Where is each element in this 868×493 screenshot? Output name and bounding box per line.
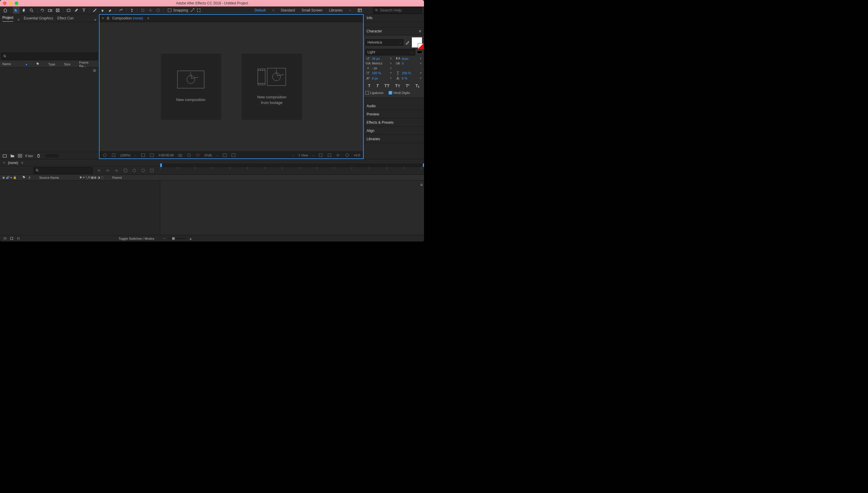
timeline-layers-area[interactable] xyxy=(0,180,160,235)
col-type[interactable]: Type xyxy=(48,62,56,66)
motion-blur-switch-icon[interactable]: ◐ xyxy=(94,176,97,179)
fx-switch-icon[interactable]: fx xyxy=(88,176,90,179)
color-mgmt-icon[interactable] xyxy=(196,153,200,157)
workspace-libraries[interactable]: Libraries xyxy=(329,8,343,13)
graph-editor-icon[interactable] xyxy=(141,168,146,173)
project-columns-header[interactable]: Name▴ Type Size Frame Ra... xyxy=(0,61,99,67)
allcaps-button[interactable]: TT xyxy=(385,83,390,88)
tab-project[interactable]: Project xyxy=(2,14,13,22)
minimize-window-button[interactable] xyxy=(9,1,13,5)
zoom-tool[interactable] xyxy=(28,7,35,14)
audio-col-icon[interactable]: 🔊 xyxy=(6,176,9,179)
project-item-list[interactable]: ⌘ xyxy=(0,67,99,152)
stroke-color-swatch[interactable] xyxy=(417,51,422,53)
hindi-digits-checkbox[interactable]: Hindi Digits xyxy=(389,91,410,94)
stroke-style-select[interactable]: ⌵ xyxy=(395,66,422,70)
new-composition-button[interactable]: New composition xyxy=(161,53,221,120)
toggle-switches-modes-button[interactable]: Toggle Switches / Modes xyxy=(118,237,154,240)
motion-blur-icon[interactable] xyxy=(132,168,137,173)
workspace-default-menu-icon[interactable]: ≡ xyxy=(272,8,274,13)
time-navigator[interactable] xyxy=(160,164,424,167)
timeline-search-input[interactable] xyxy=(34,167,92,174)
new-composition-from-footage-button[interactable]: New composition from footage xyxy=(242,53,302,120)
collapse-switch-icon[interactable]: ☀ xyxy=(83,176,85,179)
superscript-button[interactable]: T¹ xyxy=(406,83,410,88)
eyedropper-icon[interactable] xyxy=(405,40,410,45)
character-panel-header[interactable]: Character ≡ xyxy=(364,27,424,35)
quality-switch-icon[interactable]: ╲ xyxy=(86,176,87,179)
timeline-tracks-area[interactable]: ⬙ xyxy=(160,180,424,235)
snap-extend-icon[interactable] xyxy=(190,8,195,13)
comp-tab-close-icon[interactable]: × xyxy=(102,16,104,20)
world-axis-tool[interactable] xyxy=(147,7,154,14)
3d-switch-icon[interactable]: ⬚ xyxy=(101,176,103,179)
audio-panel-header[interactable]: Audio xyxy=(364,102,424,110)
smallcaps-button[interactable]: Tᴛ xyxy=(395,83,400,88)
zoom-out-icon[interactable]: ─ xyxy=(163,237,166,240)
stroke-width-field[interactable]: ≡- px▼ xyxy=(365,66,392,70)
tracking-field[interactable]: VA0▼ xyxy=(395,62,422,65)
snap-bounds-icon[interactable] xyxy=(196,8,201,13)
bpc-label[interactable]: 8 bpc xyxy=(25,154,33,157)
orbit-tool[interactable] xyxy=(39,7,46,14)
shy-switch-icon[interactable]: ✱ xyxy=(80,176,82,179)
search-help-field[interactable] xyxy=(380,8,419,13)
brush-tool[interactable] xyxy=(91,7,98,14)
pen-tool[interactable] xyxy=(73,7,80,14)
render-time-icon[interactable] xyxy=(150,168,154,173)
show-channel-icon[interactable] xyxy=(187,153,191,157)
fill-color-swatch[interactable] xyxy=(412,37,422,48)
solo-col-icon[interactable]: ● xyxy=(10,176,12,179)
adjustment-switch-icon[interactable]: ◑ xyxy=(97,176,100,179)
pixel-aspect-icon[interactable] xyxy=(327,153,332,157)
delete-icon[interactable] xyxy=(36,153,41,158)
guides-icon[interactable] xyxy=(231,153,236,157)
frame-blend-icon[interactable] xyxy=(123,168,128,173)
preview-panel-header[interactable]: Preview xyxy=(364,110,424,119)
character-menu-icon[interactable]: ≡ xyxy=(419,29,421,33)
workspace-standard[interactable]: Standard xyxy=(281,8,295,13)
new-comp-icon[interactable] xyxy=(18,153,22,158)
workspace-default[interactable]: Default xyxy=(254,8,266,13)
snapping-checkbox[interactable] xyxy=(168,8,171,12)
view-count[interactable]: 1 View xyxy=(298,153,308,157)
local-axis-tool[interactable] xyxy=(139,7,146,14)
search-help-input[interactable] xyxy=(373,7,421,14)
baseline-shift-field[interactable]: Aª0 px▼ xyxy=(365,76,392,80)
align-panel-header[interactable]: Align xyxy=(364,127,424,135)
comp-mini-flow-icon[interactable] xyxy=(96,168,101,173)
font-size-field[interactable]: τT36 px▼ xyxy=(365,57,392,60)
expand-collapse-icon[interactable] xyxy=(3,236,7,240)
col-size[interactable]: Size xyxy=(64,62,70,66)
project-search-input[interactable] xyxy=(1,53,97,60)
eraser-tool[interactable] xyxy=(107,7,114,14)
video-col-icon[interactable]: ◉ xyxy=(2,176,5,179)
source-name-col[interactable]: Source Name xyxy=(39,176,59,179)
view-dropdown-icon[interactable]: ⌵ xyxy=(292,153,294,157)
timecode-value[interactable]: 0:00:00:00 xyxy=(158,153,174,157)
zoom-value[interactable]: (100%) xyxy=(120,153,130,157)
italic-button[interactable]: T xyxy=(376,83,379,88)
workspace-overflow-icon[interactable]: » xyxy=(349,8,351,13)
lock-icon[interactable] xyxy=(106,17,110,20)
rectangle-tool[interactable] xyxy=(65,7,72,14)
font-weight-select[interactable]: Light⌵ xyxy=(365,49,415,56)
pan-behind-tool[interactable] xyxy=(54,7,61,14)
mask-toggle-icon[interactable] xyxy=(111,153,116,157)
close-window-button[interactable] xyxy=(3,1,6,5)
col-frame-rate[interactable]: Frame Ra... xyxy=(79,61,96,68)
3d-view-icon[interactable] xyxy=(318,153,323,157)
effects-presets-panel-header[interactable]: Effects & Presets xyxy=(364,119,424,127)
res-dropdown-icon[interactable]: ⌵ xyxy=(216,153,218,157)
workspace-reset-icon[interactable] xyxy=(357,8,362,13)
roto-brush-tool[interactable] xyxy=(117,7,125,14)
alpha-toggle-icon[interactable] xyxy=(103,153,107,157)
fast-preview-icon[interactable] xyxy=(336,153,341,157)
transfer-modes-icon[interactable] xyxy=(17,236,20,240)
zoom-in-icon[interactable]: ▲ xyxy=(189,237,192,240)
home-button[interactable] xyxy=(2,7,9,14)
view-menu-icon[interactable]: ⌵ xyxy=(312,153,314,157)
zoom-dropdown-icon[interactable]: ⌵ xyxy=(134,153,137,157)
timeline-snap-icon[interactable]: ⬙ xyxy=(420,182,423,187)
project-tab-menu-icon[interactable]: ≡ xyxy=(17,18,19,22)
